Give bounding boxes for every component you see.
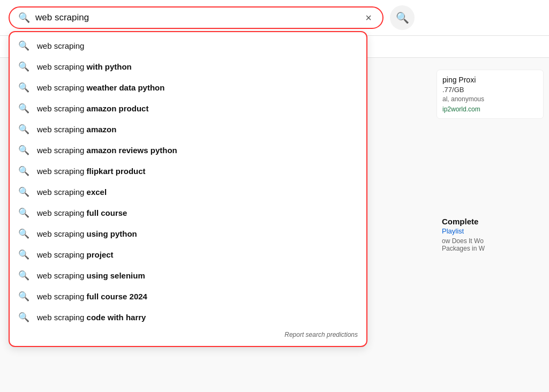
report-predictions-link[interactable]: Report search predictions xyxy=(10,328,366,343)
header: 🔍 × 🔍 web scraping 🔍 web scraping with p… xyxy=(0,0,549,36)
complete-title: Complete xyxy=(442,217,538,226)
list-item[interactable]: 🔍 web scraping weather data python xyxy=(10,77,366,98)
search-bar: 🔍 × xyxy=(9,6,383,29)
right-complete-block: Complete Playlist ow Does It Wo Packages… xyxy=(437,212,544,258)
suggestion-text: web scraping amazon product xyxy=(37,104,148,113)
list-item[interactable]: 🔍 web scraping amazon product xyxy=(10,98,366,119)
complete-subtitle: Playlist xyxy=(442,227,538,235)
list-item[interactable]: 🔍 web scraping project xyxy=(10,244,366,265)
search-icon: 🔍 xyxy=(18,270,29,281)
search-icon: 🔍 xyxy=(18,145,29,156)
suggestion-text: web scraping flipkart product xyxy=(37,167,146,176)
list-item[interactable]: 🔍 web scraping full course 2024 xyxy=(10,286,366,307)
list-item[interactable]: 🔍 web scraping code with harry xyxy=(10,307,366,328)
search-icon: 🔍 xyxy=(18,61,29,72)
search-icon: 🔍 xyxy=(18,103,29,114)
list-item[interactable]: 🔍 web scraping using selenium xyxy=(10,265,366,286)
clear-button[interactable]: × xyxy=(363,12,374,23)
suggestion-text: web scraping project xyxy=(37,250,114,259)
list-item[interactable]: 🔍 web scraping amazon xyxy=(10,119,366,140)
ad-domain: ip2world.com xyxy=(442,105,538,113)
suggestion-text: web scraping using python xyxy=(37,229,137,238)
search-icon: 🔍 xyxy=(18,82,29,93)
ad-desc: al, anonymous xyxy=(442,95,538,103)
suggestion-text: web scraping excel xyxy=(37,187,107,197)
list-item[interactable]: 🔍 web scraping flipkart product xyxy=(10,161,366,182)
suggestion-text: web scraping amazon reviews python xyxy=(37,146,177,155)
suggestion-text: web scraping full course xyxy=(37,208,127,217)
search-icon: 🔍 xyxy=(18,124,29,135)
search-input[interactable] xyxy=(35,12,358,23)
ad-price: .77/GB xyxy=(442,86,538,94)
right-ad-block: ping Proxi .77/GB al, anonymous ip2world… xyxy=(437,70,544,119)
search-dropdown: 🔍 web scraping 🔍 web scraping with pytho… xyxy=(9,31,367,347)
suggestion-text: web scraping weather data python xyxy=(37,83,164,92)
list-item[interactable]: 🔍 web scraping excel xyxy=(10,182,366,202)
list-item[interactable]: 🔍 web scraping full course xyxy=(10,202,366,223)
list-item[interactable]: 🔍 web scraping amazon reviews python xyxy=(10,140,366,161)
search-icon: 🔍 xyxy=(18,40,29,51)
list-item[interactable]: 🔍 web scraping xyxy=(10,35,366,56)
suggestion-text: web scraping amazon xyxy=(37,125,116,134)
search-icon: 🔍 xyxy=(18,249,29,260)
search-icon-left: 🔍 xyxy=(18,12,30,24)
search-icon: 🔍 xyxy=(18,228,29,239)
suggestion-text: web scraping full course 2024 xyxy=(37,292,147,301)
search-icon: 🔍 xyxy=(18,165,29,177)
page-container: 🔍 × 🔍 web scraping 🔍 web scraping with p… xyxy=(0,0,549,392)
ad-title: ping Proxi xyxy=(442,76,538,84)
search-icon: 🔍 xyxy=(18,207,29,218)
complete-desc: ow Does It Wo Packages in W xyxy=(442,237,538,252)
suggestion-text: web scraping using selenium xyxy=(37,271,145,280)
search-icon: 🔍 xyxy=(18,312,29,323)
suggestion-text: web scraping xyxy=(37,41,84,50)
search-button[interactable]: 🔍 xyxy=(390,5,415,30)
suggestion-text: web scraping with python xyxy=(37,62,132,71)
search-bar-wrapper: 🔍 × 🔍 web scraping 🔍 web scraping with p… xyxy=(9,6,383,29)
suggestion-text: web scraping code with harry xyxy=(37,313,146,322)
list-item[interactable]: 🔍 web scraping using python xyxy=(10,223,366,244)
search-icon: 🔍 xyxy=(18,291,29,302)
search-icon: 🔍 xyxy=(18,186,29,198)
list-item[interactable]: 🔍 web scraping with python xyxy=(10,56,366,77)
